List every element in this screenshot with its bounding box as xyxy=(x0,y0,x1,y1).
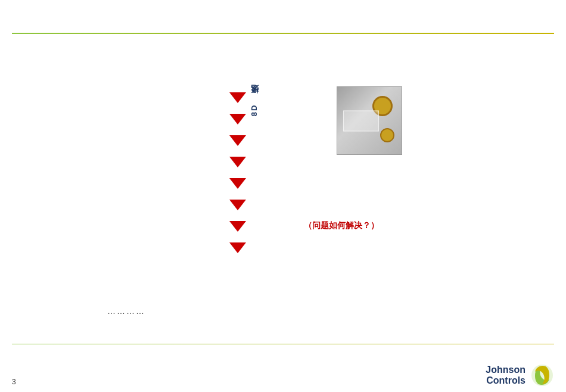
dots-line: ………… xyxy=(107,306,145,316)
logo-johnson: Johnson xyxy=(486,365,525,375)
page-number: 3 xyxy=(12,378,16,386)
logo-controls: Controls xyxy=(486,375,525,386)
logo-area: Johnson Controls xyxy=(486,363,554,387)
arrow-7 xyxy=(229,221,246,232)
arrow-1 xyxy=(229,92,246,103)
arrow-3 xyxy=(229,135,246,146)
top-accent-line xyxy=(12,33,554,34)
arrow-6 xyxy=(229,200,246,210)
arrow-8 xyxy=(229,242,246,253)
logo-icon xyxy=(530,363,554,387)
product-image xyxy=(337,86,402,155)
arrow-2 xyxy=(229,114,246,125)
part-detail xyxy=(343,110,379,131)
arrow-5 xyxy=(229,178,246,189)
part-illustration xyxy=(337,87,402,154)
logo-text-block: Johnson Controls xyxy=(486,365,525,385)
arrow-4 xyxy=(229,157,246,167)
bottom-accent-line xyxy=(12,344,554,345)
label-8d: 8D 概述 xyxy=(249,98,260,116)
question-text: （问题如何解决？） xyxy=(304,220,379,231)
arrows-column xyxy=(229,92,246,253)
